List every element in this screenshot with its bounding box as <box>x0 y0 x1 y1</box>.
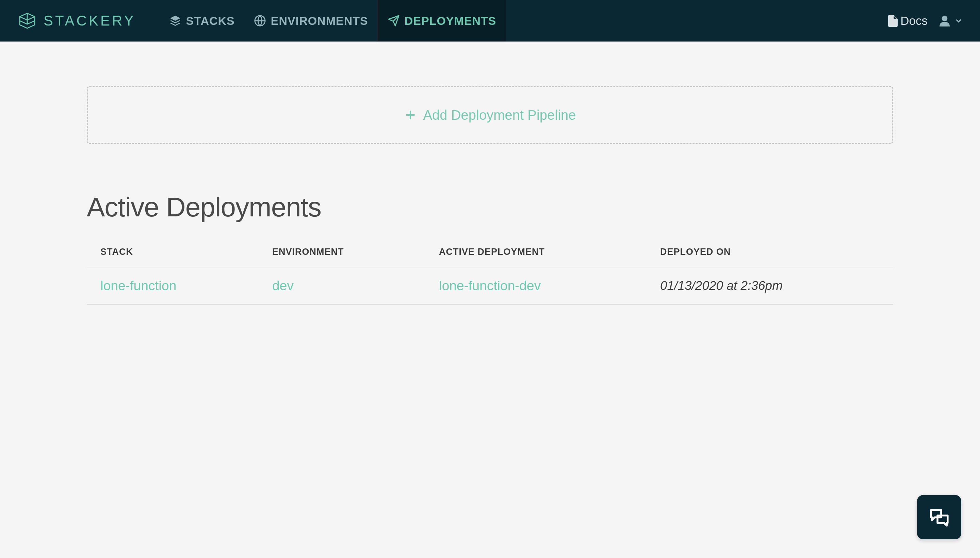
table-header-row: STACK ENVIRONMENT ACTIVE DEPLOYMENT DEPL… <box>87 247 893 268</box>
main-nav: STACKS ENVIRONMENTS DEPLOYMENTS <box>159 0 506 41</box>
add-pipeline-label: Add Deployment Pipeline <box>423 108 576 123</box>
th-stack: STACK <box>100 247 272 257</box>
chat-icon <box>928 506 950 528</box>
header-right: Docs <box>888 14 963 28</box>
nav-deployments[interactable]: DEPLOYMENTS <box>378 0 506 41</box>
page-title: Active Deployments <box>87 192 893 223</box>
svg-point-1 <box>942 16 948 21</box>
stack-link[interactable]: lone-function <box>100 278 272 293</box>
nav-environments[interactable]: ENVIRONMENTS <box>244 0 378 41</box>
environment-link[interactable]: dev <box>272 278 439 293</box>
deployed-on-text: 01/13/2020 at 2:36pm <box>660 279 880 293</box>
th-active-deployment: ACTIVE DEPLOYMENT <box>439 247 660 257</box>
plus-icon <box>404 108 417 121</box>
globe-icon <box>254 15 266 27</box>
add-deployment-pipeline-button[interactable]: Add Deployment Pipeline <box>87 86 893 144</box>
docs-link[interactable]: Docs <box>888 14 927 28</box>
th-deployed-on: DEPLOYED ON <box>660 247 880 257</box>
user-icon <box>938 14 951 28</box>
active-deployment-link[interactable]: lone-function-dev <box>439 278 660 293</box>
logo-text: STACKERY <box>44 13 136 29</box>
table-row: lone-function dev lone-function-dev 01/1… <box>87 268 893 305</box>
logo[interactable]: STACKERY <box>17 11 136 31</box>
paper-plane-icon <box>387 15 400 27</box>
app-header: STACKERY STACKS ENVIRONMENTS <box>0 0 980 42</box>
nav-item-label: ENVIRONMENTS <box>271 14 368 28</box>
chevron-down-icon <box>954 16 963 25</box>
nav-item-label: STACKS <box>186 14 235 28</box>
th-environment: ENVIRONMENT <box>272 247 439 257</box>
deployments-table: STACK ENVIRONMENT ACTIVE DEPLOYMENT DEPL… <box>87 247 893 305</box>
page-content: Add Deployment Pipeline Active Deploymen… <box>87 42 893 305</box>
layers-icon <box>169 15 181 27</box>
stackery-logo-icon <box>17 11 38 31</box>
docs-label: Docs <box>900 14 927 28</box>
document-icon <box>888 15 898 26</box>
nav-stacks[interactable]: STACKS <box>159 0 244 41</box>
chat-button[interactable] <box>917 495 961 539</box>
user-menu[interactable] <box>938 14 963 28</box>
nav-item-label: DEPLOYMENTS <box>405 14 496 28</box>
